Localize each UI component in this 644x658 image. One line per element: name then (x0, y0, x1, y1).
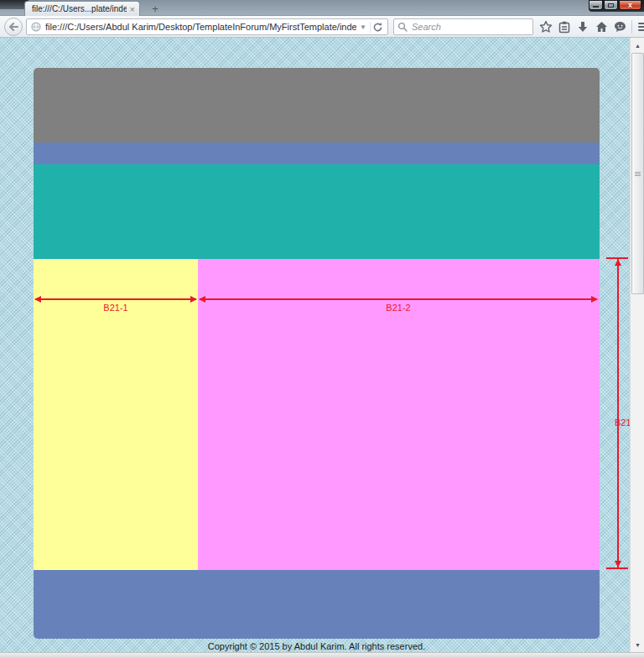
home-button[interactable] (592, 18, 610, 36)
tab-bar: file:///C:/Users...plate/index.html × + … (0, 0, 644, 16)
arrowhead-left-icon (34, 296, 41, 303)
header-block (34, 68, 600, 142)
bookmark-star-button[interactable] (537, 18, 555, 36)
scrollbar-up-button[interactable]: ▲ (631, 39, 644, 52)
hello-button[interactable] (610, 18, 629, 36)
url-bar[interactable]: file:///C:/Users/Abdul Karim/Desktop/Tem… (26, 18, 388, 35)
scroll-up-icon: ▲ (635, 43, 641, 49)
copyright-text: Copyright © 2015 by Abdul Karim. All rig… (34, 641, 600, 651)
page-scrollbar[interactable]: ▲ ▼ (630, 38, 644, 652)
browser-tab[interactable]: file:///C:/Users...plate/index.html × (24, 1, 140, 16)
downloads-button[interactable] (574, 18, 592, 36)
width-arrow-left-column (34, 296, 197, 303)
search-box[interactable] (393, 18, 533, 35)
nav-band-block (34, 142, 600, 164)
arrowhead-right-icon (591, 296, 598, 303)
height-arrow-main (611, 257, 625, 569)
minimize-icon (593, 6, 599, 8)
scrollbar-thumb[interactable] (631, 53, 644, 294)
star-icon (539, 20, 553, 34)
menu-button[interactable] (635, 18, 644, 36)
height-arrow-bottom-tick (606, 567, 628, 569)
url-text: file:///C:/Users/Abdul Karim/Desktop/Tem… (45, 22, 356, 32)
chat-bubble-icon (614, 21, 626, 33)
browser-window: file:///C:/Users...plate/index.html × + … (0, 0, 644, 658)
label-b21-1: B21-1 (91, 303, 141, 313)
scroll-down-icon: ▼ (635, 642, 641, 648)
download-arrow-icon (577, 21, 589, 33)
page-viewport: Copyright © 2015 by Abdul Karim. All rig… (0, 38, 644, 652)
width-arrow-right-column (199, 296, 598, 303)
restore-icon (608, 3, 614, 8)
window-controls: x (589, 0, 644, 12)
navigation-toolbar: file:///C:/Users/Abdul Karim/Desktop/Tem… (0, 16, 644, 38)
tab-close-icon[interactable]: × (130, 5, 135, 13)
arrowhead-left-icon (199, 296, 205, 303)
close-button[interactable]: x (619, 1, 641, 10)
back-arrow-icon (8, 23, 18, 31)
window-bottom-edge (0, 652, 644, 658)
arrowhead-down-icon (615, 561, 621, 567)
scrollbar-grip-icon (635, 172, 641, 176)
home-icon (595, 21, 608, 33)
arrowhead-right-icon (190, 296, 197, 303)
label-b21-2: B21-2 (373, 303, 423, 313)
close-icon: x (628, 2, 632, 9)
scrollbar-down-button[interactable]: ▼ (631, 638, 644, 651)
toolbar-separator (631, 20, 632, 34)
tab-title: file:///C:/Users...plate/index.html (32, 4, 127, 13)
reload-icon[interactable] (370, 22, 386, 33)
top-content-block (34, 164, 600, 259)
restore-button[interactable] (604, 1, 618, 10)
hamburger-icon (638, 23, 644, 31)
label-b21: B21 (615, 417, 631, 427)
footer-block (34, 570, 600, 639)
back-button[interactable] (4, 18, 23, 36)
url-dropdown-icon[interactable]: ▼ (356, 23, 370, 31)
bookmarks-icon (558, 21, 570, 34)
minimize-button[interactable] (589, 1, 603, 10)
new-tab-button[interactable]: + (145, 3, 165, 15)
globe-icon (31, 22, 41, 32)
search-icon (397, 22, 408, 32)
toolbar-icon-group (537, 18, 644, 36)
template-container (34, 68, 600, 639)
bookmarks-menu-button[interactable] (555, 18, 574, 36)
arrowhead-up-icon (615, 259, 621, 266)
search-input[interactable] (412, 22, 529, 32)
